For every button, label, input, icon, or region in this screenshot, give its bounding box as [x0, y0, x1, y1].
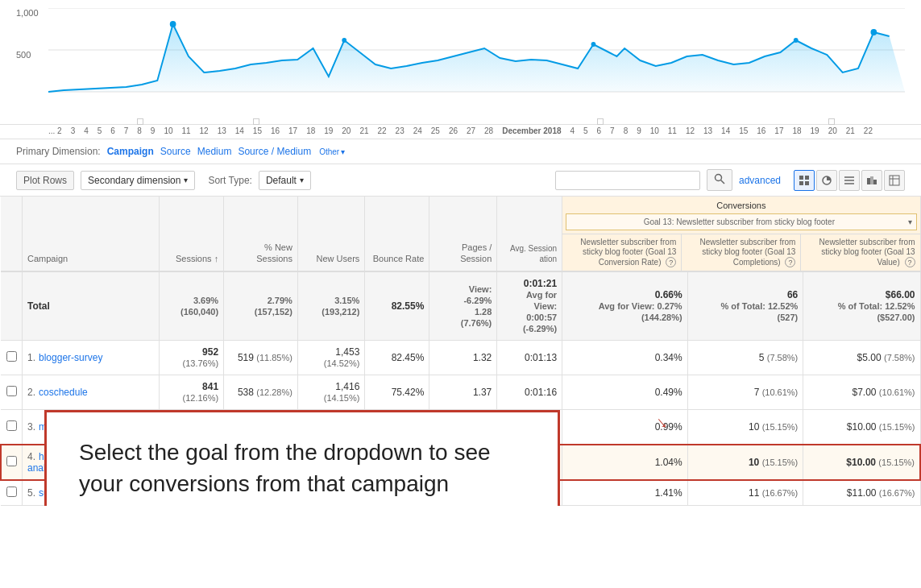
th-pages-per-session[interactable]: Pages / Session — [429, 197, 497, 271]
dim-source-link[interactable]: Source — [160, 146, 191, 157]
svg-rect-12 — [799, 181, 803, 185]
chart-area: 1,000 500 — [0, 0, 921, 125]
pivot-view-icon[interactable] — [884, 170, 905, 191]
svg-rect-10 — [799, 176, 803, 180]
campaign-link[interactable]: blogger-survey — [39, 352, 102, 363]
row-checkbox[interactable] — [6, 386, 17, 396]
campaign-link[interactable]: coschedule — [39, 387, 88, 398]
th-checkbox — [1, 197, 23, 271]
dim-medium-link[interactable]: Medium — [197, 146, 232, 157]
th-conv-value[interactable]: Newsletter subscriber from sticky blog f… — [801, 234, 919, 271]
row-checkbox[interactable] — [6, 487, 17, 497]
row-checkbox[interactable] — [6, 420, 17, 431]
th-campaign: Campaign — [23, 197, 160, 271]
row-checkbox[interactable] — [6, 351, 17, 362]
svg-point-5 — [591, 42, 596, 47]
svg-rect-18 — [867, 178, 870, 184]
goal-dropdown[interactable]: Goal 13: Newsletter subscriber from stic… — [566, 213, 916, 230]
svg-line-9 — [720, 180, 724, 184]
overlay-text: Select the goal from the dropdown to see… — [79, 437, 525, 499]
compare-view-icon[interactable] — [861, 170, 882, 191]
pie-view-icon[interactable] — [816, 170, 837, 191]
dim-source-medium-link[interactable]: Source / Medium — [238, 146, 311, 157]
totals-row: Total 3.69%(160,040) 2.79%(157,152) 3.15… — [1, 271, 920, 341]
table-row: 1.blogger-survey 952 (13.76%) 519 (11.85… — [1, 341, 920, 375]
th-sessions[interactable]: Sessions ↑ — [159, 197, 223, 271]
search-button[interactable] — [707, 169, 732, 191]
sort-label: Sort Type: — [208, 175, 251, 186]
advanced-link[interactable]: advanced — [739, 175, 781, 186]
search-icon — [714, 173, 725, 184]
svg-point-6 — [794, 38, 799, 43]
row-checkbox[interactable] — [6, 456, 17, 466]
x-axis-labels: ... 234567 8 91011121314 15 161718192021… — [0, 125, 921, 139]
dim-campaign-link[interactable]: Campaign — [107, 146, 154, 157]
primary-dimension-bar: Primary Dimension: Campaign Source Mediu… — [0, 139, 921, 164]
search-input[interactable] — [555, 171, 700, 190]
plot-rows-button[interactable]: Plot Rows — [16, 171, 74, 190]
table-view-icon[interactable] — [794, 170, 815, 191]
toolbar: Plot Rows Secondary dimension Sort Type:… — [0, 164, 921, 197]
svg-rect-19 — [870, 176, 873, 184]
y-label-1000: 1,000 — [16, 8, 39, 18]
data-table-wrapper: Select the goal from the dropdown to see… — [0, 197, 921, 506]
y-label-500: 500 — [16, 50, 31, 60]
th-bounce-rate[interactable]: Bounce Rate — [365, 197, 429, 271]
th-conv-rate[interactable]: Newsletter subscriber from sticky blog f… — [562, 234, 682, 271]
th-conv-completions[interactable]: Newsletter subscriber from sticky blog f… — [682, 234, 801, 271]
svg-rect-21 — [890, 176, 899, 185]
svg-rect-20 — [873, 180, 877, 184]
overlay-box: Select the goal from the dropdown to see… — [44, 410, 560, 506]
list-view-icon[interactable] — [839, 170, 860, 191]
svg-point-7 — [870, 29, 877, 35]
table-row: 2.coschedule 841 (12.16%) 538 (12.28%) 1… — [1, 375, 920, 410]
secondary-dimension-button[interactable]: Secondary dimension — [81, 171, 195, 190]
svg-point-4 — [342, 38, 346, 43]
th-new-users[interactable]: New Users — [297, 197, 364, 271]
th-pct-new-sessions[interactable]: % New Sessions — [224, 197, 298, 271]
sort-type-dropdown[interactable]: Default — [259, 171, 311, 190]
svg-rect-11 — [805, 176, 809, 180]
svg-point-8 — [715, 175, 721, 181]
chevron-down-icon: ▾ — [341, 147, 345, 156]
th-conversions-group: Conversions Goal 13: Newsletter subscrib… — [562, 197, 920, 271]
th-avg-session-duration[interactable]: Avg. Sessionation — [497, 197, 562, 271]
svg-point-3 — [170, 21, 176, 27]
chart-svg — [48, 8, 905, 113]
svg-rect-13 — [805, 181, 809, 185]
primary-dim-label: Primary Dimension: — [16, 146, 101, 157]
dim-other-dropdown[interactable]: Other ▾ — [317, 147, 345, 156]
chevron-down-icon-goal: ▾ — [908, 217, 912, 227]
view-icons — [794, 170, 905, 191]
